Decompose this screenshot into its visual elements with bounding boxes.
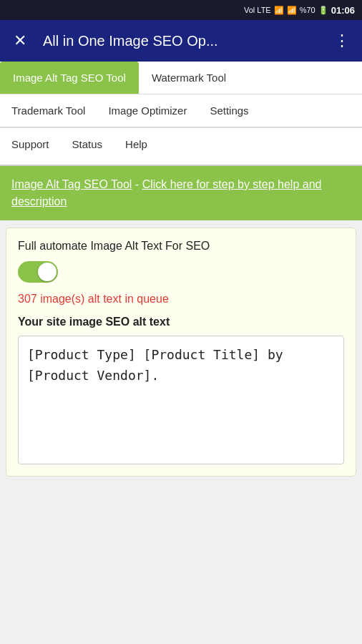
app-title: All in One Image SEO Op... <box>43 33 319 49</box>
main-card: Full automate Image Alt Text For SEO 307… <box>6 228 356 477</box>
tab-watermark-tool[interactable]: Watermark Tool <box>139 62 239 94</box>
banner-tool-name[interactable]: Image Alt Tag SEO Tool <box>11 178 132 190</box>
battery-icon: 🔋 <box>318 6 328 15</box>
tab-row-1: Image Alt Tag SEO Tool Watermark Tool <box>0 62 362 94</box>
status-icons: Vol LTE 📶 📶 %70 🔋 01:06 <box>244 5 355 16</box>
toggle-wrapper <box>18 261 344 283</box>
tab-image-optimizer[interactable]: Image Optimizer <box>97 97 198 124</box>
network-icon: Vol LTE <box>244 6 271 14</box>
tab-status[interactable]: Status <box>61 131 114 157</box>
tab-support[interactable]: Support <box>0 131 61 157</box>
wifi-icon: 📶 <box>274 6 284 15</box>
tab-row-2: Trademark Tool Image Optimizer Settings <box>0 94 362 128</box>
battery-text: %70 <box>300 6 315 14</box>
tab-row-3: Support Status Help <box>0 128 362 166</box>
menu-button[interactable]: ⋮ <box>331 31 353 50</box>
close-button[interactable]: ✕ <box>9 31 31 50</box>
tab-settings[interactable]: Settings <box>198 97 260 124</box>
time-display: 01:06 <box>331 5 355 16</box>
info-banner: Image Alt Tag SEO Tool - Click here for … <box>0 166 362 220</box>
status-bar: Vol LTE 📶 📶 %70 🔋 01:06 <box>0 0 362 20</box>
tab-help[interactable]: Help <box>114 131 159 157</box>
alt-text-label: Your site image SEO alt text <box>18 316 344 328</box>
toggle-knob <box>38 263 57 281</box>
tab-image-alt-seo[interactable]: Image Alt Tag SEO Tool <box>0 62 139 94</box>
signal-icon: 📶 <box>287 6 297 15</box>
alt-text-value[interactable]: [Product Type] [Product Title] by [Produ… <box>18 336 344 464</box>
auto-alt-toggle[interactable] <box>18 261 58 283</box>
queue-count: 307 image(s) alt text in queue <box>18 293 344 306</box>
auto-alt-label: Full automate Image Alt Text For SEO <box>18 240 344 253</box>
tab-trademark-tool[interactable]: Trademark Tool <box>0 97 97 124</box>
app-header: ✕ All in One Image SEO Op... ⋮ <box>0 20 362 62</box>
banner-separator: - <box>135 178 142 190</box>
